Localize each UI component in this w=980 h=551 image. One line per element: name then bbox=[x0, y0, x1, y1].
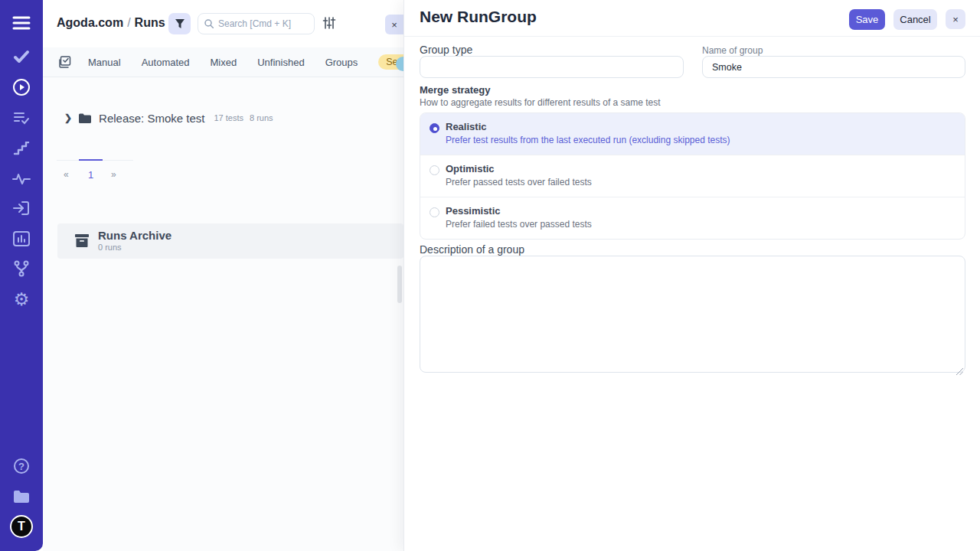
name-of-group-input[interactable] bbox=[702, 56, 965, 78]
option-title: Optimistic bbox=[446, 163, 965, 174]
description-label: Description of a group bbox=[420, 243, 524, 256]
tab-automated[interactable]: Automated bbox=[142, 57, 190, 68]
gear-glyph: ⚙ bbox=[14, 291, 30, 308]
run-group-tests-count: 17 tests bbox=[214, 113, 243, 122]
breadcrumb: Agoda.com/Runs bbox=[57, 16, 165, 30]
option-title: Pessimistic bbox=[446, 205, 965, 217]
tests-icon[interactable] bbox=[0, 44, 43, 69]
name-of-group-label: Name of group bbox=[702, 45, 763, 56]
runs-filter-tabs: Manual Automated Mixed Unfinished Groups… bbox=[43, 47, 403, 77]
radio-pessimistic[interactable] bbox=[430, 207, 439, 217]
radio-realistic-selected[interactable] bbox=[430, 123, 439, 133]
archive-title: Runs Archive bbox=[98, 229, 172, 242]
tab-mixed[interactable]: Mixed bbox=[211, 57, 237, 68]
avatar[interactable]: T bbox=[0, 514, 43, 539]
search-icon bbox=[204, 19, 214, 28]
run-group-row[interactable]: ❯ Release: Smoke test 17 tests 8 runs bbox=[43, 108, 403, 128]
breadcrumb-page: Runs bbox=[135, 16, 165, 29]
search-input[interactable] bbox=[218, 18, 308, 29]
runs-panel: Agoda.com/Runs Manual Automated Mixed Un… bbox=[43, 0, 403, 551]
description-textarea[interactable] bbox=[420, 256, 965, 373]
runs-archive-row[interactable]: Runs Archive 0 runs bbox=[57, 223, 403, 259]
option-realistic[interactable]: Realistic Prefer test results from the l… bbox=[420, 113, 965, 155]
radio-optimistic[interactable] bbox=[430, 165, 439, 175]
adjustments-icon[interactable] bbox=[322, 16, 337, 31]
milestones-icon[interactable] bbox=[0, 136, 43, 161]
group-type-input[interactable] bbox=[420, 56, 684, 78]
save-button[interactable]: Save bbox=[849, 9, 885, 30]
app-sidebar: ⚙ ? T bbox=[0, 0, 43, 551]
settings-icon[interactable]: ⚙ bbox=[0, 287, 43, 311]
new-rungroup-drawer: New RunGroup Save Cancel × Group type Na… bbox=[403, 0, 980, 551]
import-icon[interactable] bbox=[0, 196, 43, 220]
select-all-icon[interactable] bbox=[59, 56, 71, 68]
panel-resize-handle[interactable] bbox=[397, 266, 402, 303]
close-icon[interactable]: × bbox=[946, 9, 965, 29]
tab-groups[interactable]: Groups bbox=[325, 57, 358, 68]
panel-close-button[interactable]: × bbox=[385, 15, 403, 34]
pagination-active-indicator bbox=[79, 159, 103, 161]
option-optimistic[interactable]: Optimistic Prefer passed tests over fail… bbox=[420, 155, 965, 197]
pagination-next[interactable]: » bbox=[111, 169, 116, 180]
drawer-header: New RunGroup Save Cancel × bbox=[404, 0, 980, 37]
help-icon[interactable]: ? bbox=[0, 454, 43, 478]
pagination-prev[interactable]: « bbox=[64, 169, 69, 180]
menu-icon[interactable] bbox=[0, 11, 43, 35]
activity-icon[interactable] bbox=[0, 166, 43, 191]
option-description: Prefer failed tests over passed tests bbox=[446, 219, 965, 230]
filter-button[interactable] bbox=[168, 13, 191, 34]
group-type-label: Group type bbox=[420, 44, 472, 56]
runs-panel-header: Agoda.com/Runs bbox=[43, 0, 403, 47]
breadcrumb-project[interactable]: Agoda.com bbox=[57, 16, 123, 29]
folder-icon bbox=[79, 113, 91, 123]
option-description: Prefer test results from the last execut… bbox=[446, 135, 965, 145]
runs-icon[interactable] bbox=[0, 75, 43, 99]
chevron-right-icon[interactable]: ❯ bbox=[64, 112, 72, 123]
branches-icon[interactable] bbox=[0, 256, 43, 281]
cancel-button[interactable]: Cancel bbox=[893, 9, 937, 30]
option-title: Realistic bbox=[446, 121, 965, 132]
merge-strategy-label: Merge strategy bbox=[420, 84, 490, 96]
test-plans-icon[interactable] bbox=[0, 106, 43, 130]
option-description: Prefer passed tests over failed tests bbox=[446, 177, 965, 187]
merge-strategy-hint: How to aggregate results for different r… bbox=[420, 97, 661, 108]
merge-strategy-options: Realistic Prefer test results from the l… bbox=[420, 112, 965, 240]
breadcrumb-separator: / bbox=[123, 16, 134, 29]
pagination-page-1[interactable]: 1 bbox=[88, 169, 93, 181]
search-box[interactable] bbox=[198, 13, 315, 34]
run-group-title[interactable]: Release: Smoke test bbox=[99, 112, 204, 125]
analytics-icon[interactable] bbox=[0, 227, 43, 251]
option-pessimistic[interactable]: Pessimistic Prefer failed tests over pas… bbox=[420, 197, 965, 239]
tab-manual[interactable]: Manual bbox=[88, 57, 121, 68]
archive-runs-count: 0 runs bbox=[98, 243, 122, 252]
funnel-icon bbox=[175, 19, 185, 28]
run-group-runs-count: 8 runs bbox=[250, 113, 273, 122]
docs-folder-icon[interactable] bbox=[0, 484, 43, 509]
tab-unfinished[interactable]: Unfinished bbox=[257, 57, 304, 68]
archive-box-icon bbox=[75, 234, 89, 250]
page-title: New RunGroup bbox=[420, 8, 537, 26]
